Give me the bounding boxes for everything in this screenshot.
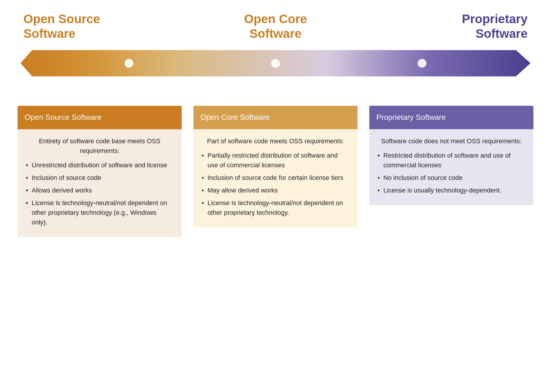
oc-title: Open Core Software (234, 12, 317, 41)
ps-card-intro: Software code does not meet OSS requirem… (377, 136, 525, 146)
arrow-dot-ps (418, 59, 426, 68)
oss-card: Open Source Software Entirety of softwar… (18, 106, 182, 237)
oc-card: Open Core Software Part of software code… (193, 106, 358, 227)
ps-card-header: Proprietary Software (369, 106, 533, 129)
arrow-dot-oss (125, 59, 133, 68)
oc-card-header: Open Core Software (193, 106, 358, 129)
list-item: Inclusion of source code for certain lic… (202, 173, 349, 183)
oss-card-body: Entirety of software code base meets OSS… (18, 129, 182, 237)
ps-card: Proprietary Software Software code does … (369, 106, 533, 205)
oc-card-list: Partially restricted distribution of sof… (202, 151, 349, 217)
oc-card-body: Part of software code meets OSS requirem… (193, 129, 358, 227)
list-item: Restricted distribution of software and … (377, 151, 525, 170)
list-item: License is technology-neutral/not depend… (26, 198, 174, 227)
cards-section: Open Source Software Entirety of softwar… (18, 106, 533, 237)
arrow-body (18, 50, 533, 76)
arrow-dot-oc (271, 59, 280, 68)
list-item: Inclusion of source code (26, 173, 174, 183)
oc-card-intro: Part of software code meets OSS requirem… (202, 136, 349, 146)
list-item: Allows derived works (26, 185, 174, 195)
spectrum-arrow (18, 50, 533, 91)
oss-card-list: Unrestricted distribution of software an… (26, 160, 174, 227)
list-item: Unrestricted distribution of software an… (26, 160, 174, 170)
header-titles: Open Source Software Open Core Software … (18, 12, 533, 41)
ps-card-body: Software code does not meet OSS requirem… (369, 129, 533, 205)
list-item: License is usually technology-dependent. (377, 185, 525, 195)
list-item: Partially restricted distribution of sof… (202, 151, 349, 170)
list-item: License is technology-neutral/not depend… (202, 198, 349, 217)
list-item: May allow derived works (202, 185, 349, 195)
ps-card-list: Restricted distribution of software and … (377, 151, 525, 195)
oss-card-header: Open Source Software (18, 106, 182, 129)
oss-card-intro: Entirety of software code base meets OSS… (26, 136, 174, 156)
arrow-dots (21, 50, 530, 76)
ps-title: Proprietary Software (445, 12, 528, 41)
list-item: No inclusion of source code (377, 173, 525, 183)
oss-title: Open Source Software (23, 12, 106, 41)
